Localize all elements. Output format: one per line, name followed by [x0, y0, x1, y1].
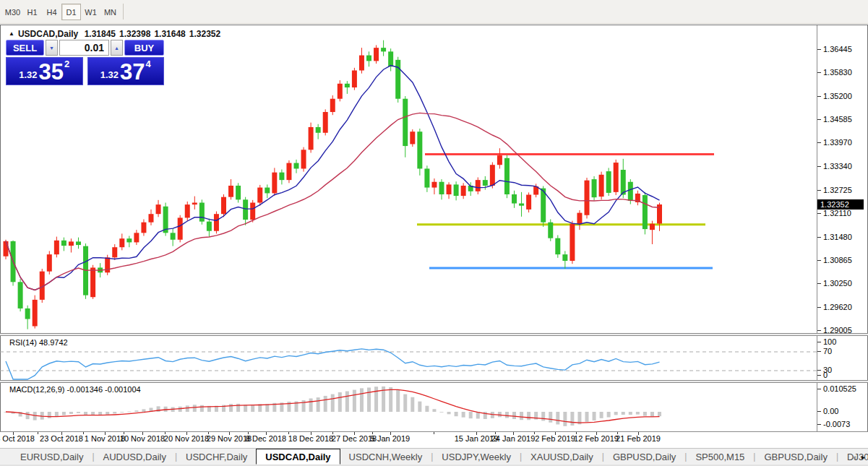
- chart-tab-eurusd-daily[interactable]: EURUSD,Daily: [12, 449, 92, 465]
- buy-price-prefix: 1.32: [100, 69, 119, 80]
- candle-body: [257, 188, 262, 203]
- candle-body: [76, 241, 81, 245]
- price-axis-label: 1.34585: [823, 115, 852, 124]
- chart-tab-gbpusd-daily[interactable]: GBPUSD,Daily: [755, 449, 835, 465]
- date-axis-label: 21 Feb 2019: [616, 434, 661, 443]
- candle-body: [207, 222, 212, 231]
- date-axis-tick: [311, 432, 311, 435]
- candle-body: [439, 182, 444, 194]
- candle-body: [504, 158, 510, 194]
- date-axis-tick: [61, 432, 62, 435]
- date-axis[interactable]: 13 Oct 201823 Oct 20181 Nov 201810 Nov 2…: [0, 431, 868, 446]
- candle-body: [555, 238, 560, 254]
- date-axis-tick: [13, 432, 14, 435]
- sell-price-box[interactable]: 1.32 35 2: [6, 57, 83, 85]
- sell-price-prefix: 1.32: [19, 69, 37, 80]
- chart-tab-usdcad-daily[interactable]: USDCAD,Daily: [256, 449, 340, 465]
- candle-body: [323, 112, 328, 133]
- date-axis-tick: [186, 432, 187, 435]
- candle-body: [330, 99, 335, 112]
- macd-histogram-bar: [309, 398, 313, 412]
- panel-collapse-icon[interactable]: ▲: [9, 30, 14, 37]
- candle-body: [214, 214, 219, 231]
- chart-rsi-splitter[interactable]: [0, 333, 868, 336]
- candle-body: [345, 84, 350, 87]
- date-axis-minor-tick: [434, 432, 434, 434]
- rsi-line: [6, 349, 660, 379]
- candle-body: [570, 224, 575, 261]
- axis-tick: [817, 260, 821, 261]
- date-axis-tick: [555, 432, 556, 435]
- macd-histogram-bar: [55, 412, 59, 416]
- rsi-macd-splitter[interactable]: [0, 380, 868, 383]
- candle-body: [352, 70, 357, 87]
- macd-histogram-bar: [593, 412, 596, 420]
- candle-body: [374, 48, 379, 61]
- candle-body: [526, 195, 531, 210]
- macd-histogram-bar: [179, 407, 182, 412]
- volume-down-button[interactable]: ▼: [46, 40, 58, 56]
- chart-tab-usdjpy-weekly[interactable]: USDJPY,Weekly: [433, 449, 520, 465]
- sell-button[interactable]: SELL: [6, 40, 44, 56]
- date-axis-tick: [513, 432, 514, 435]
- macd-histogram-bar: [527, 412, 530, 420]
- price-axis-label: 1.31480: [823, 233, 852, 241]
- date-axis-label: 23 Oct 2018: [40, 434, 83, 443]
- macd-histogram-bar: [193, 405, 197, 412]
- volume-input[interactable]: [59, 40, 109, 56]
- timeframe-button-w1[interactable]: W1: [81, 4, 100, 20]
- timeframe-button-h1[interactable]: H1: [22, 4, 42, 20]
- candle-body: [519, 204, 524, 206]
- chart-tab-sp500-m15[interactable]: SP500,M15: [687, 449, 753, 465]
- buy-button[interactable]: BUY: [124, 40, 164, 56]
- macd-histogram-bar: [251, 405, 254, 412]
- candle-body: [359, 56, 364, 71]
- macd-histogram-bar: [462, 412, 465, 418]
- candle-body: [149, 214, 154, 223]
- axis-tick: [817, 190, 821, 191]
- candle-body: [410, 131, 415, 144]
- timeframe-button-d1[interactable]: D1: [61, 4, 81, 20]
- chart-tab-usdchf-daily[interactable]: USDCHF,Daily: [177, 449, 256, 465]
- chart-tab-usdcnh-weekly[interactable]: USDCNH,Weekly: [340, 449, 431, 465]
- chart-tab-audusd-daily[interactable]: AUDUSD,Daily: [95, 449, 175, 465]
- timeframe-button-m30[interactable]: M30: [3, 4, 22, 20]
- date-axis-label: 12 Feb 2019: [574, 434, 619, 443]
- rsi-axis-label: 0: [823, 371, 828, 379]
- volume-up-button[interactable]: ▲: [111, 40, 123, 56]
- date-axis-tick: [229, 432, 230, 435]
- chart-tab-xauusd-daily[interactable]: XAUUSD,Daily: [522, 449, 602, 465]
- timeframe-button-mn[interactable]: MN: [100, 4, 120, 20]
- macd-histogram-bar: [425, 406, 429, 412]
- axis-tick: [817, 166, 821, 167]
- tab-scroll-controls: ◂▸: [852, 449, 865, 465]
- candle-body: [141, 223, 146, 233]
- candle-body: [294, 163, 299, 169]
- price-axis-label: 1.35830: [823, 68, 852, 77]
- timeframe-button-h4[interactable]: H4: [42, 4, 61, 20]
- tab-scroll-left-icon[interactable]: ◂: [852, 453, 856, 461]
- macd-histogram-bar: [396, 389, 400, 412]
- chart-tab-gbpusd-daily[interactable]: GBPUSD,Daily: [604, 449, 684, 465]
- macd-histogram-bar: [403, 394, 407, 412]
- macd-histogram-bar: [142, 409, 145, 412]
- candle-body: [431, 182, 437, 188]
- macd-histogram-bar: [614, 412, 618, 415]
- date-axis-minor-tick: [83, 432, 84, 434]
- candle-body: [548, 223, 553, 238]
- price-axis-label: 1.30250: [823, 279, 852, 288]
- macd-histogram-bar: [541, 412, 545, 420]
- date-axis-tick: [354, 432, 355, 435]
- rsi-indicator-panel[interactable]: [0, 337, 817, 380]
- date-axis-label: 29 Nov 2018: [207, 434, 252, 443]
- price-axis-label: 1.35200: [823, 92, 852, 100]
- macd-histogram-bar: [98, 412, 102, 415]
- candle-body: [562, 254, 567, 261]
- candle-body: [447, 184, 452, 194]
- buy-price-box[interactable]: 1.32 37 4: [87, 57, 165, 85]
- candle-body: [279, 173, 284, 180]
- macd-histogram-bar: [331, 394, 335, 412]
- macd-histogram-bar: [600, 412, 603, 418]
- tab-scroll-right-icon[interactable]: ▸: [861, 453, 865, 461]
- candle-body: [585, 181, 590, 215]
